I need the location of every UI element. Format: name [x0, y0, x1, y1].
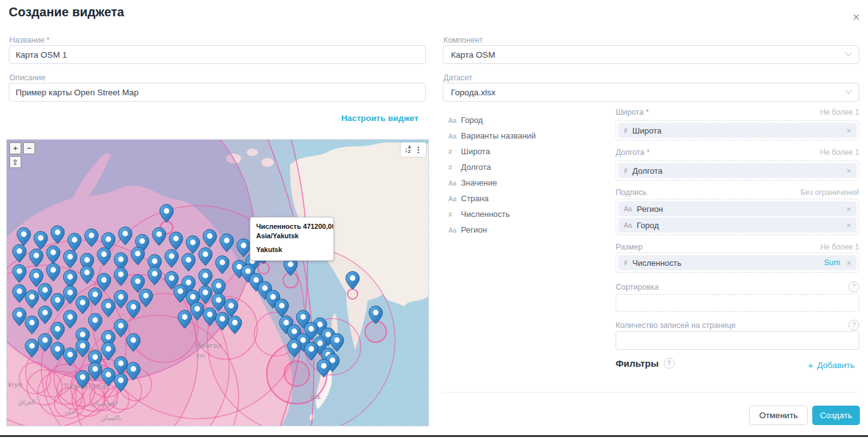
- map-preview[interactable]: ҚазақстанO'zbekistonTürkmenistanافغانستا…: [6, 139, 429, 426]
- remove-chip-icon[interactable]: ×: [846, 221, 851, 230]
- svg-text:باكستان: باكستان: [101, 414, 121, 421]
- dataset-select[interactable]: Города.xlsx: [443, 83, 859, 102]
- help-icon[interactable]: ?: [849, 282, 859, 292]
- caption-limit: Без ограничений: [800, 188, 859, 197]
- size-limit: Не более 1: [820, 243, 859, 251]
- component-value: Карта OSM: [451, 50, 495, 60]
- latitude-label: Широта *: [616, 108, 649, 117]
- dataset-field-gorod[interactable]: AaГород: [448, 115, 611, 125]
- configure-widget-link[interactable]: Настроить виджет: [9, 113, 418, 123]
- text-type-icon: Aa: [624, 205, 632, 213]
- caption-chip-region[interactable]: AaРегион×: [618, 201, 857, 216]
- dialog-title: Создание виджета: [9, 5, 124, 19]
- latitude-mapping-header: Широта * Не более 1: [616, 108, 859, 117]
- number-type-icon: #: [624, 167, 628, 174]
- map-canvas: ҚазақстанO'zbekistonTürkmenistanافغانستا…: [7, 140, 429, 426]
- svg-text:日本: 日本: [310, 394, 321, 401]
- remove-chip-icon[interactable]: ×: [846, 258, 851, 268]
- latitude-dropzone[interactable]: #Широта×: [616, 120, 859, 140]
- tooltip-timezone: Asia/Yakutsk: [256, 231, 333, 241]
- dataset-field-dolgota[interactable]: #Долгота: [448, 162, 611, 172]
- description-input[interactable]: [9, 83, 426, 102]
- component-select[interactable]: Карта OSM: [443, 45, 859, 64]
- svg-text:kiye: kiye: [8, 381, 23, 389]
- latitude-limit: Не более 1: [820, 108, 859, 117]
- size-dropzone[interactable]: #ЧисленностьSum×: [616, 253, 859, 273]
- size-mapping-header: Размер Не более 1: [616, 243, 859, 251]
- zoom-out-button[interactable]: −: [23, 142, 35, 154]
- records-per-page-header: Количество записей на странице ?: [616, 320, 859, 330]
- window-bottom-edge: [0, 435, 868, 437]
- longitude-mapping-header: Долгота * Не более 1: [616, 148, 859, 157]
- number-type-icon: #: [624, 127, 628, 134]
- help-icon[interactable]: ?: [664, 358, 674, 369]
- number-type-icon: #: [448, 211, 461, 218]
- filters-label: Фильтры: [616, 358, 659, 369]
- name-input[interactable]: [9, 45, 426, 64]
- svg-text:ایران: ایران: [65, 408, 78, 414]
- sorting-dropzone[interactable]: [616, 294, 859, 312]
- number-type-icon: #: [448, 164, 461, 171]
- component-label: Компонент: [443, 36, 483, 45]
- tooltip-metric-label: Численность: [256, 223, 301, 230]
- dataset-field-znachenie[interactable]: AaЗначение: [448, 178, 611, 187]
- longitude-chip[interactable]: #Долгота×: [618, 163, 857, 178]
- caption-dropzone[interactable]: AaРегион× AaГород×: [616, 199, 859, 235]
- create-button[interactable]: Создать: [812, 406, 860, 425]
- more-options-icon[interactable]: ⋮: [415, 145, 423, 154]
- sorting-label: Сортировка: [616, 283, 659, 292]
- text-type-icon: Aa: [448, 179, 461, 187]
- sort-icon[interactable]: ↓AZ: [404, 145, 411, 154]
- map-tooltip: Численность 471200,00 Asia/Yakutsk Yakut…: [250, 217, 334, 261]
- svg-text:افغانستان: افغانستان: [91, 400, 117, 407]
- chevron-down-icon: [845, 50, 852, 56]
- text-type-icon: Aa: [448, 195, 461, 203]
- add-filter-link[interactable]: + Добавить: [808, 360, 854, 371]
- longitude-label: Долгота *: [616, 148, 649, 157]
- caption-mapping-header: Подпись Без ограничений: [616, 188, 859, 197]
- records-per-page-input[interactable]: [616, 331, 859, 350]
- zoom-in-button[interactable]: +: [9, 142, 21, 154]
- longitude-dropzone[interactable]: #Долгота×: [616, 160, 859, 181]
- dataset-field-strana[interactable]: AaСтрана: [448, 194, 611, 203]
- dataset-field-chislennost[interactable]: #Численность: [448, 209, 611, 219]
- svg-text:Монгол: Монгол: [195, 342, 222, 350]
- text-type-icon: Aa: [448, 132, 461, 140]
- chevron-down-icon: [845, 87, 852, 94]
- tooltip-city: Yakutsk: [256, 245, 333, 255]
- text-type-icon: Aa: [448, 226, 461, 234]
- size-label: Размер: [616, 243, 643, 251]
- caption-label: Подпись: [616, 188, 646, 197]
- tooltip-metric-value: 471200,00: [303, 223, 334, 230]
- description-label: Описание: [9, 73, 46, 82]
- svg-text:улс: улс: [196, 352, 206, 359]
- sorting-header: Сортировка ?: [616, 282, 859, 292]
- number-type-icon: #: [448, 148, 461, 155]
- svg-text:العراق: العراق: [18, 399, 35, 406]
- caption-chip-gorod[interactable]: AaГород×: [618, 218, 857, 233]
- footer-divider: [443, 392, 859, 392]
- text-type-icon: Aa: [448, 117, 461, 124]
- remove-chip-icon[interactable]: ×: [846, 126, 851, 135]
- size-chip[interactable]: #ЧисленностьSum×: [618, 255, 857, 270]
- cancel-button[interactable]: Отменить: [749, 406, 808, 425]
- aggregation-badge[interactable]: Sum: [824, 258, 840, 267]
- dataset-label: Датасет: [443, 73, 472, 82]
- remove-chip-icon[interactable]: ×: [846, 204, 851, 214]
- dataset-field-shirota[interactable]: #Широта: [448, 147, 611, 156]
- filters-section: Фильтры ?: [616, 358, 674, 369]
- close-icon[interactable]: ×: [848, 9, 864, 25]
- dataset-value: Города.xlsx: [451, 88, 495, 97]
- map-toolbar: ↓AZ ⋮: [401, 142, 426, 157]
- latitude-chip[interactable]: #Широта×: [618, 123, 857, 138]
- plus-icon: +: [808, 360, 814, 371]
- dataset-field-varianty[interactable]: AaВарианты названий: [448, 131, 611, 140]
- records-per-page-label: Количество записей на странице: [616, 321, 736, 330]
- fit-extent-button[interactable]: ⇧: [9, 156, 21, 168]
- remove-chip-icon[interactable]: ×: [846, 166, 851, 176]
- number-type-icon: #: [624, 259, 628, 266]
- name-label: Название *: [9, 36, 49, 45]
- dataset-field-region[interactable]: AaРегион: [448, 225, 611, 234]
- longitude-limit: Не более 1: [820, 148, 859, 157]
- help-icon[interactable]: ?: [849, 320, 859, 330]
